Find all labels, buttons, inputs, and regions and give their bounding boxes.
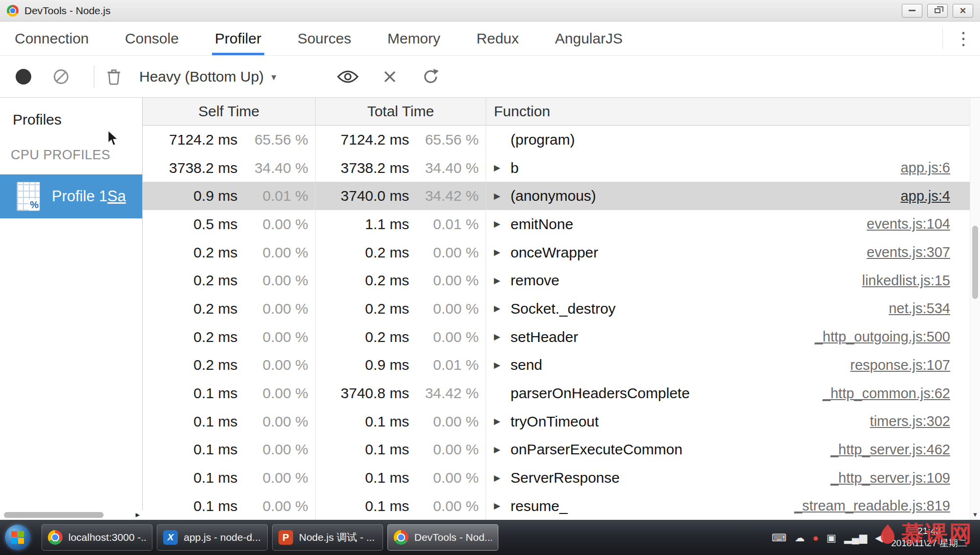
expand-arrow-icon[interactable]: ▶ — [494, 360, 511, 370]
tab-profiler[interactable]: Profiler — [215, 21, 261, 55]
display-icon[interactable]: ▣ — [827, 533, 836, 543]
function-name: (program) — [511, 131, 575, 148]
expand-arrow-icon[interactable]: ▶ — [494, 501, 511, 511]
table-row[interactable]: 3738.2 ms 34.40 % 3738.2 ms 34.40 % ▶ b … — [143, 154, 970, 182]
total-time-ms: 1.1 ms — [316, 216, 409, 233]
profile-item[interactable]: Profile 1Sa — [0, 174, 142, 218]
column-header-self-time[interactable]: Self Time — [143, 98, 316, 125]
vertical-scrollbar-thumb[interactable] — [972, 226, 978, 299]
scroll-down-arrow-icon[interactable]: ▾ — [970, 510, 980, 519]
cloud-icon[interactable]: ☁ — [794, 533, 805, 543]
restore-icon — [935, 8, 940, 13]
horizontal-scrollbar[interactable]: ▸ — [0, 510, 143, 520]
focus-function-button[interactable] — [337, 69, 359, 84]
profile-save-link[interactable]: Sa — [107, 188, 126, 205]
table-row[interactable]: 0.2 ms 0.00 % 0.2 ms 0.00 % ▶ Socket._de… — [143, 295, 970, 323]
expand-arrow-icon[interactable]: ▶ — [494, 276, 511, 286]
vertical-scrollbar[interactable]: ▾ — [970, 98, 980, 520]
table-row[interactable]: 0.1 ms 0.00 % 0.1 ms 0.00 % ▶ ServerResp… — [143, 464, 970, 492]
horizontal-scrollbar-thumb[interactable] — [4, 512, 104, 518]
tab-sources[interactable]: Sources — [298, 21, 351, 55]
function-name: onParserExecuteCommon — [511, 441, 682, 458]
column-header-function[interactable]: Function — [486, 98, 970, 125]
source-file-link[interactable]: timers.js:302 — [870, 413, 970, 429]
view-mode-select[interactable]: Heavy (Bottom Up) ▼ — [139, 68, 278, 85]
source-file-link[interactable]: _http_server.js:462 — [831, 442, 970, 458]
volume-icon[interactable]: ◀ — [875, 533, 883, 543]
column-header-total-time[interactable]: Total Time — [316, 98, 486, 125]
function-cell: ▶ onceWrapper events.js:307 — [486, 238, 970, 267]
tab-redux[interactable]: Redux — [476, 21, 519, 55]
record-dot-icon[interactable]: ● — [812, 533, 819, 543]
expand-arrow-icon[interactable]: ▶ — [494, 191, 511, 201]
profiles-panel-label: Profiles — [13, 111, 142, 128]
expand-arrow-icon[interactable]: ▶ — [494, 219, 511, 229]
exclude-function-button[interactable] — [383, 69, 397, 84]
tab-connection[interactable]: Connection — [15, 21, 89, 55]
table-row[interactable]: 0.2 ms 0.00 % 0.2 ms 0.00 % ▶ onceWrappe… — [143, 238, 970, 267]
table-row[interactable]: 0.2 ms 0.00 % 0.9 ms 0.01 % ▶ send respo… — [143, 351, 970, 380]
table-row[interactable]: 0.1 ms 0.00 % 0.1 ms 0.00 % ▶ tryOnTimeo… — [143, 407, 970, 436]
table-row[interactable]: 0.2 ms 0.00 % 0.2 ms 0.00 % ▶ setHeader … — [143, 323, 970, 351]
expand-arrow-icon[interactable]: ▶ — [494, 332, 511, 342]
source-file-link[interactable]: _http_server.js:109 — [831, 470, 970, 486]
table-row[interactable]: 0.1 ms 0.00 % 0.1 ms 0.00 % ▶ resume_ _s… — [143, 492, 970, 520]
windows-taskbar: localhost:3000 -... app.js - node-d... N… — [0, 520, 980, 555]
source-file-link[interactable]: net.js:534 — [889, 300, 970, 317]
function-name: (anonymous) — [511, 188, 596, 204]
delete-profile-button[interactable] — [106, 67, 122, 86]
source-file-link[interactable]: _http_outgoing.js:500 — [815, 329, 970, 345]
kebab-menu-icon[interactable]: ⋮ — [955, 30, 971, 47]
table-row[interactable]: 7124.2 ms 65.56 % 7124.2 ms 65.56 % ▶ (p… — [143, 126, 970, 154]
tab-memory[interactable]: Memory — [387, 21, 440, 55]
self-time-cell: 0.1 ms 0.00 % — [143, 407, 316, 436]
tab-angularjs[interactable]: AngularJS — [555, 21, 622, 55]
expand-arrow-icon[interactable]: ▶ — [494, 303, 511, 314]
source-file-link[interactable]: app.js:4 — [900, 188, 970, 204]
close-button[interactable]: × — [953, 4, 973, 18]
source-file-link[interactable]: events.js:307 — [867, 244, 970, 260]
scroll-right-arrow-icon[interactable]: ▸ — [135, 510, 140, 520]
tab-bar-tabs: Connection Console Profiler Sources Memo… — [15, 21, 659, 55]
taskbar-button-label: localhost:3000 -... — [68, 532, 146, 543]
clear-button[interactable] — [53, 68, 69, 85]
clock-date: 2018\11\27 星期二 — [891, 537, 967, 550]
taskbar-button[interactable]: localhost:3000 -... — [42, 524, 152, 551]
table-row[interactable]: 0.5 ms 0.00 % 1.1 ms 0.01 % ▶ emitNone e… — [143, 210, 970, 238]
total-time-pct: 34.42 % — [409, 188, 486, 204]
signal-icon[interactable]: ▂▄▆ — [844, 533, 867, 543]
source-file-link[interactable]: linkedlist.js:15 — [862, 273, 970, 289]
start-button[interactable] — [5, 525, 30, 550]
taskbar-button[interactable]: DevTools - Nod... — [387, 524, 498, 551]
source-file-link[interactable]: app.js:6 — [900, 160, 970, 176]
source-file-link[interactable]: events.js:104 — [867, 216, 970, 232]
expand-arrow-icon[interactable]: ▶ — [494, 416, 511, 427]
expand-arrow-icon[interactable]: ▶ — [494, 247, 511, 257]
taskbar-clock[interactable]: 21:43 2018\11\27 星期二 — [891, 525, 967, 549]
restore-functions-button[interactable] — [422, 67, 440, 86]
table-row[interactable]: 0.9 ms 0.01 % 3740.0 ms 34.42 % ▶ (anony… — [143, 182, 970, 210]
self-time-ms: 7124.2 ms — [143, 131, 237, 148]
expand-arrow-icon[interactable]: ▶ — [494, 445, 511, 455]
chrome-icon — [48, 530, 63, 545]
tab-console[interactable]: Console — [125, 21, 179, 55]
self-time-ms: 0.2 ms — [143, 272, 237, 289]
table-row[interactable]: 0.1 ms 0.00 % 0.1 ms 0.00 % ▶ onParserEx… — [143, 436, 970, 464]
table-row[interactable]: 0.1 ms 0.00 % 3740.8 ms 34.42 % ▶ parser… — [143, 379, 970, 407]
self-time-cell: 0.2 ms 0.00 % — [143, 351, 316, 380]
source-file-link[interactable]: _http_common.js:62 — [823, 385, 970, 402]
record-button[interactable] — [15, 68, 32, 85]
minimize-button[interactable] — [902, 4, 922, 18]
expand-arrow-icon[interactable]: ▶ — [494, 163, 511, 173]
source-file-link[interactable]: response.js:107 — [850, 357, 970, 373]
view-mode-label: Heavy (Bottom Up) — [139, 68, 264, 85]
source-file-link[interactable]: _stream_readable.js:819 — [794, 498, 970, 514]
table-row[interactable]: 0.2 ms 0.00 % 0.2 ms 0.00 % ▶ remove lin… — [143, 266, 970, 295]
expand-arrow-icon[interactable]: ▶ — [494, 473, 511, 483]
self-time-ms: 0.5 ms — [143, 216, 237, 233]
self-time-ms: 0.2 ms — [143, 329, 237, 345]
restore-button[interactable] — [927, 4, 948, 18]
keyboard-icon[interactable]: ⌨ — [772, 533, 787, 543]
taskbar-button[interactable]: app.js - node-d... — [157, 524, 268, 551]
taskbar-button[interactable]: Node.js 调试 - ... — [272, 524, 383, 551]
